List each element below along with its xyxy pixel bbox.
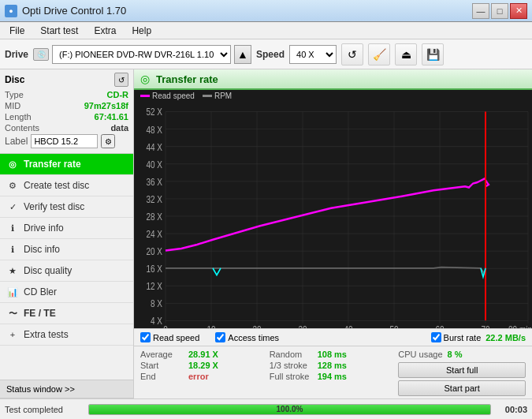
extra-tests-icon: + xyxy=(6,328,19,341)
stat-end-label: End xyxy=(140,372,184,381)
sidebar-item-cd-bler[interactable]: 📊 CD Bler xyxy=(0,282,133,303)
disc-title: Disc xyxy=(5,74,24,85)
sidebar-item-transfer-rate[interactable]: ◎ Transfer rate xyxy=(0,154,133,175)
eject-btn[interactable]: ⏏ xyxy=(395,43,417,65)
disc-mid-label: MID xyxy=(5,101,20,110)
svg-text:32 X: 32 X xyxy=(146,194,162,204)
svg-text:48 X: 48 X xyxy=(146,125,162,135)
access-times-checkbox-label[interactable]: Access times xyxy=(215,332,279,342)
disc-contents-label: Contents xyxy=(5,123,39,133)
disc-info-icon: ℹ xyxy=(6,243,19,256)
start-part-btn[interactable]: Start part xyxy=(398,380,526,396)
stat-random-row: Random 108 ms xyxy=(270,349,397,360)
stats-area: Average 28.91 X Start 18.29 X End error … xyxy=(134,346,532,398)
refresh-btn[interactable]: ↺ xyxy=(341,43,363,65)
drive-selector-container: 💿 (F:) PIONEER DVD-RW DVR-216L 1.10 ▲ xyxy=(33,45,251,64)
stats-col-2: Random 108 ms 1/3 stroke 128 ms Full str… xyxy=(270,349,397,396)
app-icon: ● xyxy=(5,5,17,17)
chart-container: 52 X 48 X 44 X 40 X 36 X 32 X 28 X 24 X … xyxy=(134,102,532,328)
statusbar: Test completed 100.0% 00:03 xyxy=(0,398,532,419)
svg-text:36 X: 36 X xyxy=(146,177,162,187)
extra-tests-label: Extra tests xyxy=(24,329,69,340)
disc-length-row: Length 67:41.61 xyxy=(5,112,128,122)
speed-select[interactable]: 40 X xyxy=(289,45,337,64)
stats-col-1: Average 28.91 X Start 18.29 X End error xyxy=(140,349,268,396)
sidebar-item-create-test-disc[interactable]: ⚙ Create test disc xyxy=(0,175,133,196)
minimize-button[interactable]: — xyxy=(472,3,489,19)
drive-select[interactable]: (F:) PIONEER DVD-RW DVR-216L 1.10 xyxy=(52,45,231,64)
disc-quality-label: Disc quality xyxy=(24,265,72,276)
sidebar-item-fe-te[interactable]: 〜 FE / TE xyxy=(0,303,133,324)
app-title: Opti Drive Control 1.70 xyxy=(22,5,126,17)
cd-bler-icon: 📊 xyxy=(6,286,19,298)
disc-quality-icon: ★ xyxy=(6,264,19,277)
disc-mid-row: MID 97m27s18f xyxy=(5,101,128,110)
sidebar-item-verify-test-disc[interactable]: ✓ Verify test disc xyxy=(0,196,133,218)
status-time: 00:03 xyxy=(496,405,527,414)
burst-rate-container: Burst rate 22.2 MB/s xyxy=(431,332,526,342)
verify-test-disc-icon: ✓ xyxy=(6,200,19,213)
create-test-disc-label: Create test disc xyxy=(24,180,89,191)
sidebar-item-extra-tests[interactable]: + Extra tests xyxy=(0,324,133,346)
titlebar-left: ● Opti Drive Control 1.70 xyxy=(5,5,126,17)
maximize-button[interactable]: □ xyxy=(491,3,508,19)
toolbar: Drive 💿 (F:) PIONEER DVD-RW DVR-216L 1.1… xyxy=(0,39,532,69)
stat-cpu-label: CPU usage xyxy=(398,350,442,359)
disc-length-label: Length xyxy=(5,112,32,122)
chart-controls: Read speed Access times Burst rate 22.2 … xyxy=(134,328,532,346)
burst-rate-checkbox-label[interactable]: Burst rate xyxy=(431,332,482,342)
svg-text:20 X: 20 X xyxy=(146,246,162,256)
stat-full-stroke-value: 194 ms xyxy=(318,372,357,381)
svg-text:44 X: 44 X xyxy=(146,142,162,152)
disc-label-row: Label ⚙ xyxy=(5,134,128,148)
read-speed-checkbox[interactable] xyxy=(140,332,151,342)
erase-btn[interactable]: 🧹 xyxy=(368,43,390,65)
read-speed-checkbox-text: Read speed xyxy=(153,333,199,342)
legend-rpm: RPM xyxy=(203,92,232,100)
close-button[interactable]: ✕ xyxy=(510,3,527,19)
disc-type-row: Type CD-R xyxy=(5,90,128,99)
disc-type-value: CD-R xyxy=(107,90,129,99)
drive-up-btn[interactable]: ▲ xyxy=(234,45,251,64)
svg-text:70: 70 xyxy=(481,324,489,328)
svg-text:0: 0 xyxy=(163,324,168,328)
disc-info-panel: Disc ↺ Type CD-R MID 97m27s18f Length 67… xyxy=(0,69,133,154)
transfer-rate-label: Transfer rate xyxy=(24,159,81,170)
menu-help[interactable]: Help xyxy=(125,24,158,38)
chart-header: ◎ Transfer rate xyxy=(134,69,532,90)
access-times-checkbox[interactable] xyxy=(215,332,225,342)
drive-label: Drive xyxy=(5,49,28,60)
create-test-disc-icon: ⚙ xyxy=(6,179,19,192)
disc-label-btn[interactable]: ⚙ xyxy=(101,134,115,148)
read-speed-checkbox-label[interactable]: Read speed xyxy=(140,332,199,342)
stat-full-stroke-row: Full stroke 194 ms xyxy=(270,371,397,382)
sidebar-item-drive-info[interactable]: ℹ Drive info xyxy=(0,218,133,239)
start-full-btn[interactable]: Start full xyxy=(398,362,526,378)
sidebar-item-disc-quality[interactable]: ★ Disc quality xyxy=(0,260,133,282)
status-text: Test completed xyxy=(5,405,84,414)
menu-file[interactable]: File xyxy=(3,24,31,38)
stat-start-label: Start xyxy=(140,361,184,370)
disc-info-label: Disc info xyxy=(24,244,60,255)
svg-text:24 X: 24 X xyxy=(146,229,162,239)
menu-start-test[interactable]: Start test xyxy=(34,24,84,38)
svg-text:4 X: 4 X xyxy=(151,316,162,326)
save-btn[interactable]: 💾 xyxy=(422,43,444,65)
menu-extra[interactable]: Extra xyxy=(87,24,122,38)
svg-rect-0 xyxy=(134,102,532,328)
stat-full-stroke-label: Full stroke xyxy=(270,372,313,381)
svg-text:16 X: 16 X xyxy=(146,264,162,274)
svg-text:10: 10 xyxy=(206,324,215,328)
chart-legend: Read speed RPM xyxy=(134,90,532,102)
chart-header-icon: ◎ xyxy=(140,73,150,85)
status-window-btn[interactable]: Status window >> xyxy=(0,380,133,398)
main-layout: Disc ↺ Type CD-R MID 97m27s18f Length 67… xyxy=(0,69,532,398)
cd-bler-label: CD Bler xyxy=(24,286,57,297)
burst-rate-checkbox[interactable] xyxy=(431,332,441,342)
sidebar-item-disc-info[interactable]: ℹ Disc info xyxy=(0,239,133,260)
disc-refresh-btn[interactable]: ↺ xyxy=(114,73,128,87)
sidebar: Disc ↺ Type CD-R MID 97m27s18f Length 67… xyxy=(0,69,134,398)
fe-te-label: FE / TE xyxy=(24,308,56,319)
stat-average-row: Average 28.91 X xyxy=(140,349,268,360)
disc-label-input[interactable] xyxy=(31,134,98,148)
